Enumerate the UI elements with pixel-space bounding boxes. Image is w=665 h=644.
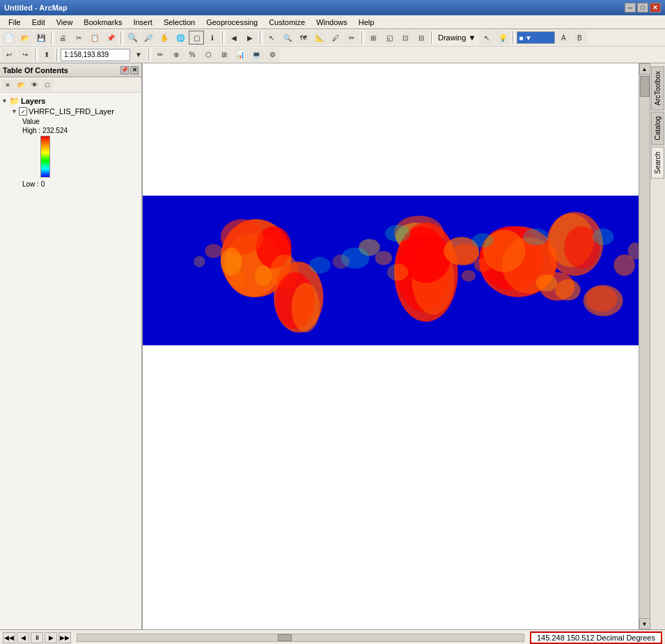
legend-gradient-bar	[40, 136, 50, 178]
tool-a[interactable]: A	[556, 31, 571, 45]
tab-arctoolbox[interactable]: ArcToolbox	[651, 66, 664, 110]
layers-group[interactable]: ▼ 📁 Layers	[1, 95, 140, 107]
toc-close-button[interactable]: ✕	[130, 66, 139, 74]
scroll-down-button[interactable]: ▼	[639, 618, 650, 629]
status-prev-btn[interactable]: ◀◀	[3, 632, 15, 643]
tab-search[interactable]: Search	[651, 147, 664, 179]
editor-btn[interactable]: ✏	[152, 48, 168, 62]
table-btn[interactable]: ⊞	[217, 48, 232, 62]
menu-insert[interactable]: Insert	[127, 17, 158, 28]
redo-button[interactable]: ↪	[17, 48, 33, 62]
layout-btn[interactable]: ⊞	[366, 31, 381, 45]
select-button[interactable]: ▢	[189, 31, 204, 45]
menu-help[interactable]: Help	[353, 17, 380, 28]
color-dropdown[interactable]: ■ ▼	[517, 31, 555, 44]
tool5-button[interactable]: 🖊	[328, 31, 343, 45]
menu-selection[interactable]: Selection	[158, 17, 201, 28]
value-label-row: Value	[1, 116, 140, 125]
menu-bookmarks[interactable]: Bookmarks	[78, 17, 127, 28]
right-sidebar: ArcToolbox Catalog Search	[650, 63, 665, 629]
cut-button[interactable]: ✂	[71, 31, 86, 45]
menu-geoprocessing[interactable]: Geoprocessing	[201, 17, 263, 28]
tool2-button[interactable]: 🔍	[280, 31, 295, 45]
tool6-button[interactable]: ✏	[344, 31, 359, 45]
layer-expand-icon: ▼	[11, 108, 18, 115]
menu-file[interactable]: File	[3, 17, 26, 28]
zoom-full-btn[interactable]: ⊡	[398, 31, 413, 45]
scale-input[interactable]: 1:158,193.839	[61, 49, 130, 61]
toc-panel: Table Of Contents 📌 ✕ ≡ 📂 👁 □ ▼ 📁 Layers…	[0, 63, 143, 629]
status-next-btn[interactable]: ▶	[45, 632, 57, 643]
tool1-button[interactable]: ↖	[264, 31, 279, 45]
tool-b[interactable]: B	[572, 31, 587, 45]
layer-checkbox[interactable]: ✓	[19, 107, 27, 116]
vertical-scrollbar[interactable]: ▲ ▼	[639, 63, 650, 629]
svg-point-11	[231, 271, 245, 288]
menu-edit[interactable]: Edit	[26, 17, 51, 28]
close-button[interactable]: ✕	[650, 3, 661, 13]
cursor-btn[interactable]: ↖	[479, 31, 494, 45]
export-btn[interactable]: 💻	[249, 48, 264, 62]
scroll-up-button[interactable]: ▲	[639, 63, 650, 74]
tab-catalog[interactable]: Catalog	[651, 111, 664, 145]
toc-source-btn[interactable]: 📂	[15, 79, 27, 91]
globe-button[interactable]: 🌐	[173, 31, 188, 45]
paste-button[interactable]: 📌	[103, 31, 118, 45]
tool3-button[interactable]: 🗺	[296, 31, 311, 45]
svg-point-44	[309, 257, 331, 274]
zoom-pct-btn[interactable]: %	[185, 48, 200, 62]
pan-button[interactable]: ✋	[157, 31, 172, 45]
status-end-btn[interactable]: ▶▶	[58, 632, 71, 643]
data-view-btn[interactable]: ◱	[382, 31, 397, 45]
status-pause-btn[interactable]: ⏸	[31, 632, 43, 643]
tool4-button[interactable]: 📐	[312, 31, 327, 45]
zoom-layer-btn[interactable]: ⊟	[414, 31, 429, 45]
forward-button[interactable]: ▶	[242, 31, 258, 45]
world-map-container	[143, 196, 639, 345]
menu-view[interactable]: View	[51, 17, 79, 28]
toc-header-controls: 📌 ✕	[120, 66, 139, 74]
open-button[interactable]: 📂	[17, 31, 33, 45]
map-tip-btn[interactable]: 💡	[495, 31, 510, 45]
toolbar-area: 📄 📂 💾 🖨 ✂ 📋 📌 🔍 🔎 ✋ 🌐 ▢ ℹ ◀ ▶ ↖ 🔍 🗺 📐 🖊 …	[0, 29, 665, 63]
zoom-out-button[interactable]: 🔎	[141, 31, 156, 45]
layer-name: VHRFC_LIS_FRD_Layer	[29, 107, 114, 116]
zoom-in-button[interactable]: 🔍	[125, 31, 140, 45]
svg-point-29	[536, 274, 558, 291]
menu-windows[interactable]: Windows	[311, 17, 353, 28]
toc-list-btn[interactable]: ≡	[1, 79, 14, 91]
drawing-label[interactable]: Drawing ▼	[435, 33, 478, 42]
undo-button[interactable]: ↩	[1, 48, 17, 62]
minimize-button[interactable]: ─	[625, 3, 636, 13]
horizontal-scrollbar[interactable]	[77, 634, 524, 642]
status-prev2-btn[interactable]: ◀	[17, 632, 29, 643]
maximize-button[interactable]: □	[637, 3, 648, 13]
stats-btn[interactable]: 📊	[233, 48, 248, 62]
feature-btn[interactable]: ⬡	[201, 48, 216, 62]
toc-pin-button[interactable]: 📌	[120, 66, 129, 74]
toc-visibility-btn[interactable]: 👁	[28, 79, 40, 91]
back-button[interactable]: ◀	[226, 31, 242, 45]
svg-point-10	[255, 265, 272, 287]
scroll-thumb-v[interactable]	[640, 76, 650, 97]
svg-point-45	[472, 233, 494, 247]
scroll-thumb-h[interactable]	[278, 634, 292, 641]
layer-item[interactable]: ▼ ✓ VHRFC_LIS_FRD_Layer	[1, 107, 140, 116]
north-arrow-btn[interactable]: ⬆	[39, 48, 54, 62]
toc-content: ▼ 📁 Layers ▼ ✓ VHRFC_LIS_FRD_Layer Value…	[0, 93, 141, 629]
scale-dropdown-btn[interactable]: ▼	[131, 48, 146, 62]
settings-btn[interactable]: ⚙	[265, 48, 280, 62]
print-button[interactable]: 🖨	[55, 31, 70, 45]
high-label: High : 232.524	[22, 127, 68, 134]
toc-selection-btn[interactable]: □	[41, 79, 54, 91]
separator-7	[513, 31, 515, 44]
svg-point-33	[375, 251, 392, 265]
save-button[interactable]: 💾	[33, 31, 49, 45]
copy-button[interactable]: 📋	[87, 31, 102, 45]
identify-button[interactable]: ℹ	[205, 31, 220, 45]
snap-btn[interactable]: ⊕	[169, 48, 184, 62]
map-area[interactable]	[143, 63, 639, 629]
toolbar-row-1: 📄 📂 💾 🖨 ✂ 📋 📌 🔍 🔎 ✋ 🌐 ▢ ℹ ◀ ▶ ↖ 🔍 🗺 📐 🖊 …	[0, 29, 665, 46]
new-button[interactable]: 📄	[1, 31, 17, 45]
menu-customize[interactable]: Customize	[263, 17, 311, 28]
